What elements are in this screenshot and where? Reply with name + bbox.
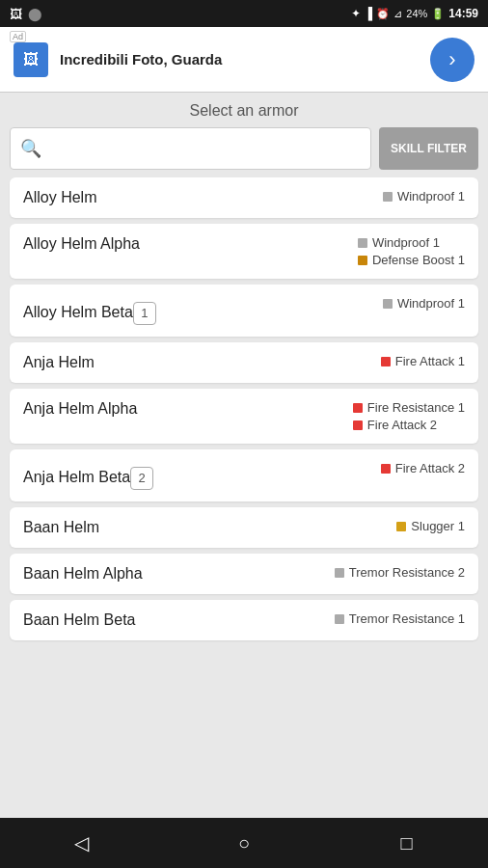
search-container[interactable]: 🔍 [10, 127, 371, 170]
armor-list-item[interactable]: Baan Helm AlphaTremor Resistance 2 [10, 554, 478, 594]
skill-label: Fire Attack 2 [395, 461, 465, 475]
skill-dot-icon [383, 192, 393, 202]
skill-dot-icon [381, 357, 391, 366]
skill-label: Tremor Resistance 1 [349, 611, 465, 626]
armor-item-left: Baan Helm Alpha [23, 565, 143, 583]
armor-skills: Windproof 1 [383, 189, 465, 203]
armor-skills: Windproof 1Defense Boost 1 [358, 235, 465, 267]
home-button[interactable]: ○ [220, 819, 268, 867]
skill-tag: Windproof 1 [383, 189, 465, 203]
skill-label: Fire Attack 2 [367, 418, 437, 432]
skill-tag: Windproof 1 [358, 235, 440, 250]
skill-tag: Defense Boost 1 [358, 253, 465, 267]
armor-name: Alloy Helm Alpha [23, 235, 140, 252]
armor-list-item[interactable]: Anja Helm Beta2Fire Attack 2 [10, 449, 478, 502]
armor-name: Baan Helm [23, 519, 99, 535]
armor-name: Anja Helm [23, 354, 95, 370]
armor-item-left: Anja Helm Alpha [23, 400, 137, 418]
skill-tag: Fire Attack 1 [381, 354, 465, 368]
armor-skills: Tremor Resistance 1 [335, 611, 465, 626]
status-bar: 🖼 ⬤ ✦ ▐ ⏰ ⊿ 24% 🔋 14:59 [0, 0, 488, 27]
bluetooth-icon: ✦ [351, 7, 361, 20]
skill-tag: Fire Resistance 1 [353, 400, 465, 415]
armor-list: Alloy HelmWindproof 1Alloy Helm AlphaWin… [0, 177, 488, 818]
armor-name: Baan Helm Beta [23, 611, 136, 628]
armor-list-item[interactable]: Anja HelmFire Attack 1 [10, 342, 478, 383]
armor-skills: Fire Attack 1 [381, 354, 465, 368]
armor-list-item[interactable]: Baan Helm BetaTremor Resistance 1 [10, 600, 478, 640]
armor-name: Anja Helm Alpha [23, 400, 137, 417]
ad-label: Ad [10, 31, 26, 42]
armor-item-left: Alloy Helm Beta1 [23, 296, 156, 325]
armor-list-item[interactable]: Alloy Helm AlphaWindproof 1Defense Boost… [10, 224, 478, 279]
armor-skills: Slugger 1 [396, 519, 465, 533]
skill-tag: Tremor Resistance 2 [335, 565, 465, 580]
battery-text: 24% [406, 8, 427, 19]
skill-label: Fire Attack 1 [395, 354, 465, 368]
armor-item-left: Alloy Helm [23, 189, 96, 206]
armor-skills: Fire Resistance 1Fire Attack 2 [353, 400, 465, 432]
armor-badge: 1 [133, 302, 156, 325]
skill-tag: Fire Attack 2 [353, 418, 437, 432]
skill-label: Slugger 1 [411, 519, 465, 533]
skill-tag: Fire Attack 2 [381, 461, 465, 475]
skill-tag: Windproof 1 [383, 296, 465, 311]
armor-list-item[interactable]: Alloy Helm Beta1Windproof 1 [10, 285, 478, 337]
skill-label: Windproof 1 [372, 235, 440, 250]
armor-item-left: Baan Helm [23, 519, 99, 536]
back-button[interactable]: ◁ [57, 819, 105, 867]
ad-banner[interactable]: Ad 🖼 Incredibili Foto, Guarda › [0, 27, 488, 93]
armor-item-left: Baan Helm Beta [23, 611, 136, 629]
armor-skills: Windproof 1 [383, 296, 465, 311]
skill-dot-icon [396, 522, 406, 531]
skill-dot-icon [335, 568, 344, 578]
armor-badge: 2 [130, 467, 153, 490]
skill-label: Tremor Resistance 2 [349, 565, 465, 580]
skill-label: Defense Boost 1 [372, 253, 465, 267]
skill-dot-icon [383, 299, 393, 309]
armor-item-left: Anja Helm [23, 354, 95, 371]
network-icon: ⊿ [393, 8, 402, 20]
signal-icon: ▐ [365, 7, 373, 20]
skill-dot-icon [353, 420, 363, 430]
armor-name: Anja Helm Beta [23, 469, 130, 485]
battery-icon: 🔋 [431, 8, 445, 20]
armor-skills: Fire Attack 2 [381, 461, 465, 475]
status-bar-left: 🖼 ⬤ [10, 7, 42, 21]
armor-list-item[interactable]: Alloy HelmWindproof 1 [10, 177, 478, 218]
ad-text: Incredibili Foto, Guarda [60, 51, 419, 68]
armor-skills: Tremor Resistance 2 [335, 565, 465, 580]
search-bar: 🔍 SKILL FILTER [10, 127, 478, 170]
skill-dot-icon [353, 403, 363, 413]
status-bar-right: ✦ ▐ ⏰ ⊿ 24% 🔋 14:59 [351, 7, 478, 20]
skill-tag: Tremor Resistance 1 [335, 611, 465, 626]
skill-label: Fire Resistance 1 [367, 400, 465, 415]
time-display: 14:59 [448, 7, 478, 20]
ad-icon: 🖼 [14, 42, 48, 77]
armor-list-item[interactable]: Baan HelmSlugger 1 [10, 507, 478, 548]
skill-dot-icon [381, 464, 391, 474]
photo-icon: 🖼 [10, 7, 22, 21]
bottom-nav: ◁ ○ □ [0, 818, 488, 868]
armor-item-left: Alloy Helm Alpha [23, 235, 140, 253]
circle-icon: ⬤ [28, 7, 42, 21]
search-input[interactable] [49, 141, 361, 157]
armor-list-item[interactable]: Anja Helm AlphaFire Resistance 1Fire Att… [10, 389, 478, 444]
skill-dot-icon [335, 614, 344, 624]
skill-label: Windproof 1 [397, 189, 465, 203]
page-title: Select an armor [0, 93, 488, 127]
skill-dot-icon [358, 256, 367, 265]
armor-name: Baan Helm Alpha [23, 565, 143, 582]
ad-arrow-button[interactable]: › [430, 38, 474, 82]
recent-button[interactable]: □ [383, 819, 431, 867]
skill-filter-button[interactable]: SKILL FILTER [379, 127, 478, 170]
armor-name: Alloy Helm Beta [23, 304, 133, 320]
skill-label: Windproof 1 [397, 296, 465, 311]
skill-dot-icon [358, 238, 367, 248]
search-icon: 🔍 [20, 138, 41, 159]
skill-tag: Slugger 1 [396, 519, 465, 533]
alarm-icon: ⏰ [376, 8, 390, 20]
armor-item-left: Anja Helm Beta2 [23, 461, 153, 490]
armor-name: Alloy Helm [23, 189, 96, 205]
